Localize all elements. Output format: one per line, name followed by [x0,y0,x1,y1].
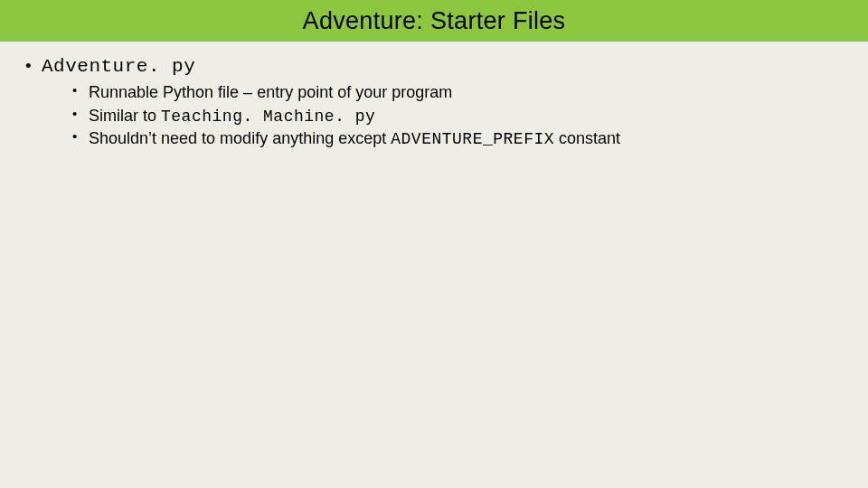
inner-list-item: Shouldn’t need to modify anything except… [72,127,850,150]
inner-list: Runnable Python file – entry point of yo… [42,81,850,150]
slide-content: Adventure. py Runnable Python file – ent… [0,42,868,150]
bullet-text: Runnable Python file – entry point of yo… [89,83,452,101]
title-bar: Adventure: Starter Files [0,0,868,42]
outer-item-code: Adventure. py [42,56,195,77]
inner-list-item: Similar to Teaching. Machine. py [72,105,850,127]
inner-list-item: Runnable Python file – entry point of yo… [72,81,850,104]
bullet-suffix: constant [554,129,620,147]
outer-list: Adventure. py Runnable Python file – ent… [18,54,850,150]
slide-title: Adventure: Starter Files [303,7,566,35]
bullet-text: Shouldn’t need to modify anything except [89,129,391,147]
outer-list-item: Adventure. py Runnable Python file – ent… [18,54,850,150]
bullet-code: Teaching. Machine. py [161,108,375,126]
bullet-code: ADVENTURE_PREFIX [391,130,554,148]
bullet-text: Similar to [89,107,161,125]
